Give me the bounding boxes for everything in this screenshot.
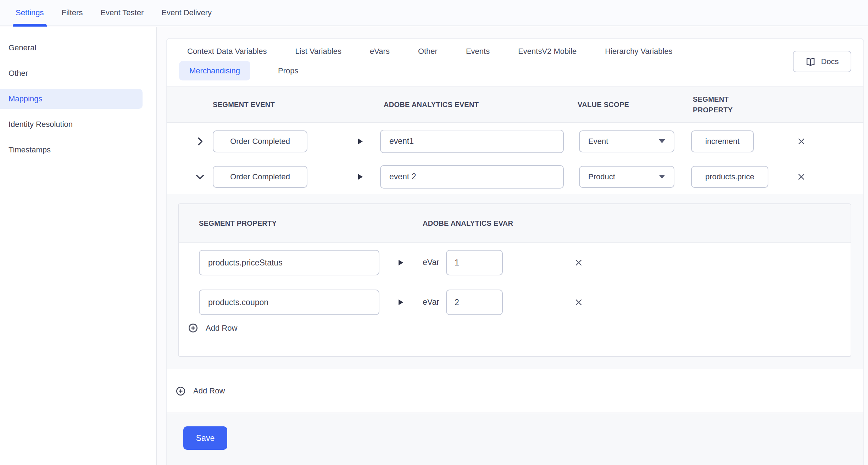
- tab-other[interactable]: Other: [418, 47, 438, 56]
- adobe-event-input[interactable]: [380, 165, 564, 189]
- sidebar-item-label: Other: [9, 69, 28, 78]
- close-icon: [796, 136, 806, 146]
- remove-row-button[interactable]: [794, 134, 808, 149]
- tab-hierarchy-variables[interactable]: Hierarchy Variables: [605, 47, 672, 56]
- add-row-label: Add Row: [206, 324, 237, 333]
- evar-subtable: SEGMENT PROPERTY ADOBE ANALYTICS EVAR eV…: [178, 203, 851, 357]
- value-scope-selected: Product: [588, 172, 615, 181]
- adobe-event-input[interactable]: [380, 130, 564, 153]
- tab-list-variables[interactable]: List Variables: [295, 47, 341, 56]
- column-header-segment-property: SEGMENT PROPERTY: [693, 94, 764, 115]
- nav-tab-label: Settings: [16, 8, 44, 17]
- column-header-value-scope: VALUE SCOPE: [578, 100, 629, 108]
- evar-subtable-body: eVar eVar: [179, 243, 851, 356]
- plus-circle-icon: [176, 386, 185, 396]
- nav-tab-label: Event Tester: [100, 8, 144, 17]
- tab-props[interactable]: Props: [278, 61, 298, 80]
- caret-down-icon: [659, 175, 665, 179]
- tab-merchandising-active[interactable]: Merchandising: [179, 61, 250, 80]
- chevron-down-icon[interactable]: [194, 171, 206, 183]
- arrow-right-icon: [399, 260, 403, 265]
- segment-event-button[interactable]: Order Completed: [213, 130, 307, 152]
- close-icon: [574, 258, 584, 268]
- value-scope-selected: Event: [588, 137, 608, 146]
- arrow-right-icon: [358, 139, 363, 144]
- evar-number-input[interactable]: [446, 250, 503, 275]
- nav-tab-label: Event Delivery: [161, 8, 212, 17]
- evar-prefix-label: eVar: [423, 258, 439, 267]
- nav-tab-settings[interactable]: Settings: [16, 0, 44, 26]
- caret-down-icon: [659, 139, 665, 143]
- remove-subrow-button[interactable]: [572, 256, 586, 270]
- add-row-label: Add Row: [193, 386, 225, 396]
- docs-button-label: Docs: [821, 57, 839, 66]
- sidebar-item-timestamps[interactable]: Timestamps: [0, 137, 156, 163]
- segment-property-button[interactable]: increment: [691, 130, 754, 152]
- add-row-button[interactable]: Add Row: [176, 386, 225, 396]
- tab-eventsv2-mobile[interactable]: EventsV2 Mobile: [518, 47, 577, 56]
- segment-property-button[interactable]: products.price: [691, 166, 768, 188]
- evar-number-input[interactable]: [446, 290, 503, 315]
- expanded-row-panel: SEGMENT PROPERTY ADOBE ANALYTICS EVAR eV…: [167, 194, 863, 369]
- evar-prefix-label: eVar: [423, 297, 439, 307]
- tab-context-data-variables[interactable]: Context Data Variables: [187, 47, 267, 56]
- value-scope-select[interactable]: Event: [579, 130, 674, 152]
- column-header-adobe-analytics-evar: ADOBE ANALYTICS EVAR: [423, 219, 513, 228]
- arrow-right-icon: [358, 174, 363, 180]
- nav-tab-event-delivery[interactable]: Event Delivery: [161, 0, 212, 26]
- nav-tab-label: Filters: [62, 8, 83, 17]
- settings-page: Settings Filters Event Tester Event Deli…: [0, 0, 868, 465]
- mapping-tabs-row1: Context Data Variables List Variables eV…: [187, 44, 673, 59]
- table-row: Order Completed Product products.price: [167, 159, 863, 194]
- plus-circle-icon: [188, 323, 198, 333]
- save-button[interactable]: Save: [183, 426, 227, 450]
- sidebar-item-label: Identity Resolution: [9, 120, 73, 129]
- docs-button[interactable]: Docs: [793, 51, 851, 72]
- sidebar-item-general[interactable]: General: [0, 35, 156, 61]
- nav-tab-filters[interactable]: Filters: [62, 0, 83, 26]
- column-header-segment-event: SEGMENT EVENT: [213, 100, 275, 108]
- sidebar-item-other[interactable]: Other: [0, 61, 156, 86]
- card-footer: Save: [167, 413, 863, 465]
- table-row: Order Completed Event increment: [167, 123, 863, 159]
- mapping-tabs-header: Context Data Variables List Variables eV…: [167, 39, 863, 86]
- active-tab-underline: [13, 24, 47, 27]
- value-scope-select[interactable]: Product: [579, 166, 674, 188]
- add-row-section: Add Row: [167, 369, 863, 413]
- sidebar-item-identity-resolution[interactable]: Identity Resolution: [0, 112, 156, 137]
- segment-property-input[interactable]: [199, 250, 379, 275]
- close-icon: [796, 172, 806, 182]
- mapping-table-header: SEGMENT EVENT ADOBE ANALYTICS EVENT VALU…: [167, 86, 863, 123]
- arrow-right-icon: [399, 299, 403, 305]
- book-icon: [805, 56, 816, 67]
- sidebar-item-label: Mappings: [9, 94, 42, 103]
- segment-property-input[interactable]: [199, 290, 379, 315]
- mappings-content: Context Data Variables List Variables eV…: [157, 27, 868, 465]
- top-nav: Settings Filters Event Tester Event Deli…: [0, 0, 868, 26]
- remove-subrow-button[interactable]: [572, 295, 586, 309]
- close-icon: [574, 297, 584, 307]
- mappings-card: Context Data Variables List Variables eV…: [166, 38, 864, 465]
- column-header-adobe-analytics-event: ADOBE ANALYTICS EVENT: [384, 100, 479, 108]
- sidebar-item-mappings[interactable]: Mappings: [0, 86, 156, 112]
- evar-subtable-header: SEGMENT PROPERTY ADOBE ANALYTICS EVAR: [179, 204, 851, 243]
- nav-tab-event-tester[interactable]: Event Tester: [100, 0, 144, 26]
- remove-row-button[interactable]: [794, 170, 808, 184]
- segment-event-button[interactable]: Order Completed: [213, 166, 307, 188]
- settings-sidebar: General Other Mappings Identity Resoluti…: [0, 27, 157, 465]
- chevron-right-icon[interactable]: [194, 136, 206, 147]
- tab-evars[interactable]: eVars: [370, 47, 390, 56]
- add-subrow-button[interactable]: Add Row: [188, 323, 237, 333]
- tab-events[interactable]: Events: [466, 47, 490, 56]
- sidebar-item-label: General: [9, 43, 36, 52]
- column-header-segment-property: SEGMENT PROPERTY: [199, 219, 277, 228]
- sidebar-item-label: Timestamps: [9, 145, 51, 155]
